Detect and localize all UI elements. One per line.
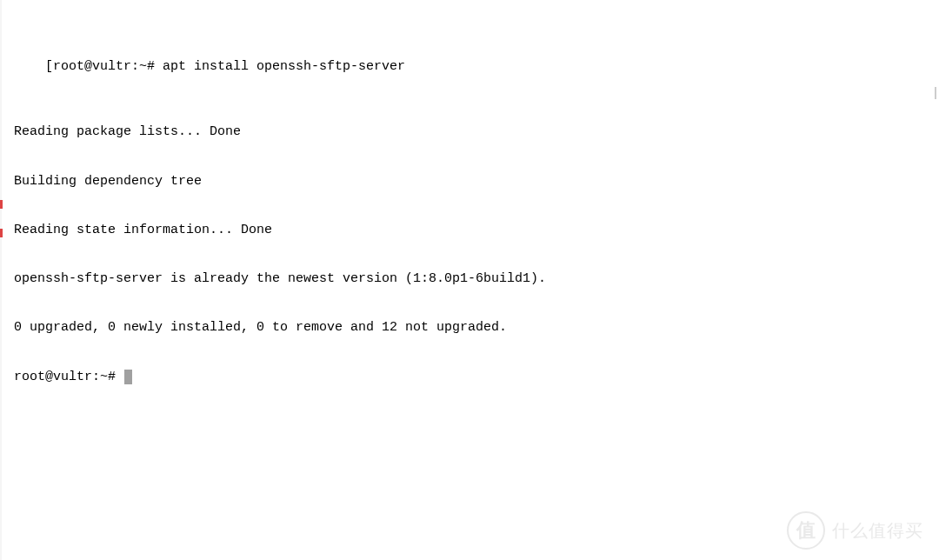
shell-prompt: root@vultr:~# <box>14 370 116 384</box>
output-line: openssh-sftp-server is already the newes… <box>14 271 546 286</box>
watermark-badge-icon: 值 <box>787 511 825 550</box>
watermark: 值 什么值得买 <box>787 511 923 550</box>
command-input: apt install openssh-sftp-server <box>163 59 405 74</box>
output-line: 0 upgraded, 0 newly installed, 0 to remo… <box>14 320 507 335</box>
output-line: Building dependency tree <box>14 174 202 189</box>
watermark-text: 什么值得买 <box>832 520 923 542</box>
cursor-block[interactable] <box>124 370 132 384</box>
prompt-bracket-open: [ <box>45 59 53 74</box>
output-line: Reading package lists... Done <box>14 124 241 139</box>
window-left-edge <box>0 0 2 560</box>
output-line: Reading state information... Done <box>14 223 272 237</box>
terminal-output[interactable]: [root@vultr:~# apt install openssh-sftp-… <box>14 10 925 402</box>
scrollbar-hint[interactable] <box>935 87 936 99</box>
watermark-badge-text: 值 <box>796 518 816 543</box>
shell-prompt: root@vultr:~# <box>53 59 155 74</box>
edge-marker <box>0 200 3 209</box>
edge-marker <box>0 229 3 237</box>
